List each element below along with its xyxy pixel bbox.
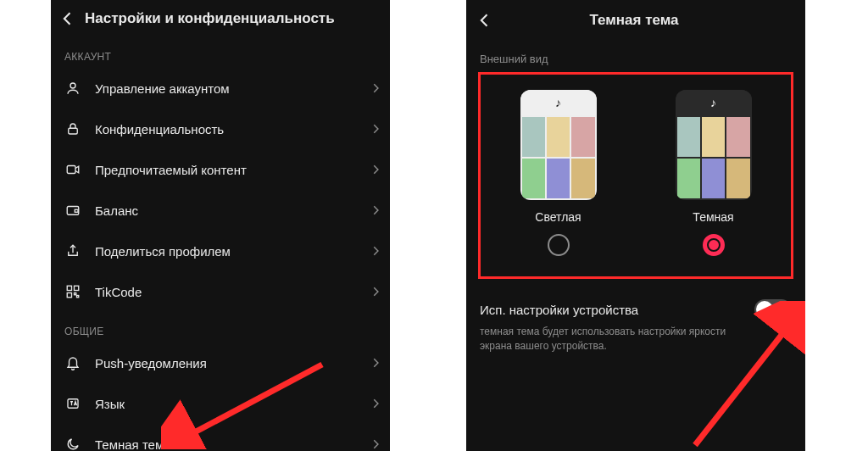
row-language[interactable]: Язык (51, 383, 390, 424)
svg-rect-8 (75, 293, 76, 295)
annotation-highlight-box: ♪ Светлая ♪ (478, 72, 793, 279)
row-label: Управление аккаунтом (95, 81, 356, 96)
row-dark-mode[interactable]: Темная тема (51, 424, 390, 451)
row-label: Push-уведомления (95, 356, 356, 370)
svg-rect-7 (67, 293, 71, 298)
moon-icon (64, 436, 81, 451)
row-label: Язык (95, 397, 356, 411)
svg-rect-4 (75, 209, 78, 212)
user-icon (64, 80, 81, 97)
row-label: Поделиться профилем (95, 244, 356, 259)
row-push-notifications[interactable]: Push-уведомления (51, 342, 390, 383)
svg-rect-6 (75, 286, 79, 290)
row-privacy[interactable]: Конфиденциальность (51, 109, 390, 149)
chevron-right-icon (370, 123, 376, 135)
theme-name-light: Светлая (535, 210, 581, 224)
svg-rect-3 (67, 207, 79, 215)
device-settings-title: Исп. настройки устройства (480, 303, 638, 317)
chevron-right-icon (370, 164, 376, 175)
theme-option-light[interactable]: ♪ Светлая (520, 90, 597, 256)
row-share-profile[interactable]: Поделиться профилем (51, 231, 390, 271)
music-note-icon: ♪ (520, 90, 597, 115)
settings-screen: Настройки и конфиденциальность АККАУНТ У… (51, 0, 390, 451)
row-tikcode[interactable]: TikCode (51, 271, 390, 312)
row-label: Предпочитаемый контент (95, 163, 356, 177)
qrcode-icon (64, 283, 81, 300)
theme-preview-dark: ♪ (676, 90, 752, 200)
theme-name-dark: Темная (693, 210, 733, 224)
row-label: Темная тема (95, 437, 356, 452)
row-content-prefs[interactable]: Предпочитаемый контент (51, 149, 390, 190)
svg-rect-1 (69, 128, 78, 134)
row-label: Баланс (95, 203, 356, 218)
row-manage-account[interactable]: Управление аккаунтом (51, 68, 390, 109)
chevron-right-icon (370, 398, 376, 409)
page-title: Темная тема (475, 12, 793, 29)
row-label: TikCode (95, 285, 356, 299)
section-label-general: ОБЩИЕ (51, 312, 390, 342)
chevron-right-icon (370, 245, 376, 257)
theme-option-dark[interactable]: ♪ Темная (676, 90, 752, 256)
radio-dark[interactable] (703, 234, 725, 256)
back-icon[interactable] (59, 10, 76, 27)
device-settings-toggle[interactable] (754, 299, 792, 320)
music-note-icon: ♪ (676, 90, 752, 115)
language-icon (64, 395, 81, 412)
appearance-label: Внешний вид (466, 39, 805, 72)
bell-icon (64, 354, 81, 371)
theme-preview-light: ♪ (520, 90, 597, 200)
dark-mode-screen: Темная тема Внешний вид ♪ Светлая (466, 0, 805, 451)
svg-rect-5 (67, 286, 71, 290)
device-settings-description: темная тема будет использовать настройки… (480, 325, 760, 354)
chevron-right-icon (370, 286, 376, 298)
svg-point-0 (70, 83, 75, 88)
lock-icon (64, 120, 81, 137)
back-icon[interactable] (476, 12, 493, 29)
chevron-right-icon (370, 438, 376, 450)
chevron-right-icon (370, 82, 376, 94)
video-icon (64, 161, 81, 178)
row-label: Конфиденциальность (95, 122, 356, 136)
chevron-right-icon (370, 204, 376, 216)
share-icon (64, 242, 81, 259)
page-title: Настройки и конфиденциальность (85, 10, 378, 27)
header: Темная тема (466, 0, 805, 39)
svg-rect-9 (77, 296, 79, 298)
header: Настройки и конфиденциальность (51, 0, 390, 37)
section-label-account: АККАУНТ (51, 37, 390, 68)
svg-rect-2 (67, 166, 75, 174)
wallet-icon (64, 202, 81, 219)
row-balance[interactable]: Баланс (51, 190, 390, 231)
chevron-right-icon (370, 357, 376, 369)
radio-light[interactable] (548, 234, 570, 256)
